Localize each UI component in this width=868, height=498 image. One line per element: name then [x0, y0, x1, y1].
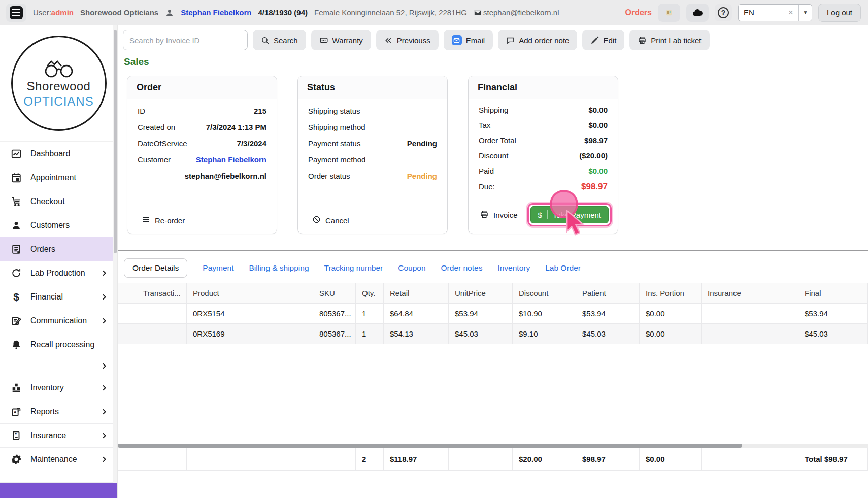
total-qty: 2 [356, 448, 384, 471]
user-value: admin [51, 8, 74, 17]
paid-value: $0.00 [588, 167, 608, 175]
language-select[interactable]: EN × ▼ [738, 4, 812, 21]
compose-icon [10, 315, 22, 326]
totals-table: 2 $118.97 $20.00 $98.97 $0.00 Total $98.… [118, 448, 868, 471]
edit-button[interactable]: Edit [582, 30, 624, 50]
sidebar-item-checkout[interactable]: Checkout [0, 189, 117, 213]
printer-icon [638, 36, 647, 45]
tab-payment[interactable]: Payment [203, 263, 233, 273]
table-header-row: Transacti... Product SKU Qty. Retail Uni… [118, 283, 868, 304]
take-payment-button[interactable]: $ Take Payment [530, 206, 609, 223]
sidebar-item-recall-processing[interactable]: Recall processing [0, 333, 117, 356]
tab-lab-order[interactable]: Lab Order [545, 263, 581, 273]
sidebar-footer-band [0, 483, 117, 498]
report-icon: A [10, 406, 22, 417]
col-patient: Patient [576, 283, 640, 304]
total-discount: $20.00 [513, 448, 576, 471]
table-row[interactable]: 0RX5154805367... 1$64.84 $53.94$10.90 $5… [118, 304, 868, 324]
warranty-button[interactable]: Warranty [311, 30, 371, 50]
search-icon [261, 36, 270, 45]
sidebar-item-customers[interactable]: Customers [0, 213, 117, 237]
email-icon [452, 35, 462, 45]
add-order-note-button[interactable]: Add order note [498, 30, 577, 50]
table-row[interactable]: 0RX5169805367... 1$54.13 $45.03$9.10 $45… [118, 324, 868, 344]
clear-icon[interactable]: × [788, 8, 793, 18]
date-of-service-value: 7/3/2024 [237, 139, 266, 148]
customer-icon [10, 220, 22, 231]
sidebar-item-appointment[interactable]: Appointment [0, 165, 117, 189]
cancel-order-button[interactable]: Cancel [312, 215, 349, 225]
search-button[interactable]: Search [253, 30, 306, 50]
sidebar-item-reports[interactable]: A Reports [0, 400, 117, 423]
reorder-button[interactable]: Re-order [142, 215, 185, 225]
sidebar: Shorewood OPTICIANS Dashboard Appointmen… [0, 25, 118, 498]
col-retail: Retail [384, 283, 449, 304]
sidebar-nav: Dashboard Appointment Checkout Customers… [0, 142, 117, 483]
tab-order-notes[interactable]: Order notes [441, 263, 483, 273]
horizontal-scrollbar[interactable] [118, 444, 868, 448]
tab-order-details[interactable]: Order Details [124, 258, 187, 278]
invoice-button[interactable]: Invoice [480, 210, 518, 220]
sidebar-item-maintenance[interactable]: Maintenance [0, 447, 117, 471]
help-button[interactable]: ? [715, 4, 732, 21]
customer-email-value: stephan@fiebelkorn.nl [185, 172, 266, 180]
chevron-down-icon[interactable]: ▼ [798, 5, 812, 21]
financial-card-title: Financial [469, 76, 618, 99]
col-unitprice: UnitPrice [449, 283, 513, 304]
hamburger-menu-button[interactable] [6, 4, 26, 22]
customer-link[interactable]: Stephan Fiebelkorn [196, 155, 266, 164]
tab-coupon[interactable]: Coupon [398, 263, 425, 273]
pencil-icon [590, 36, 599, 45]
sidebar-item-communication[interactable]: Communication [0, 309, 117, 333]
orders-link[interactable]: Orders [625, 8, 651, 17]
discount-label: Discount [479, 151, 508, 160]
sidebar-item-insurance[interactable]: * Insurance [0, 423, 117, 447]
person-icon [165, 8, 174, 17]
sidebar-scrollbar[interactable] [113, 25, 117, 483]
shipping-method-label: Shipping method [308, 123, 365, 131]
search-input[interactable] [123, 30, 248, 50]
sidebar-item-orders[interactable]: Orders [0, 237, 117, 261]
print-lab-ticket-button[interactable]: Print Lab ticket [629, 30, 709, 50]
svg-text:A: A [14, 410, 17, 414]
tab-inventory[interactable]: Inventory [497, 263, 530, 273]
gear-icon [10, 454, 22, 465]
chevron-right-icon [100, 269, 108, 277]
cart-icon [10, 196, 22, 207]
summary-cards: Order ID215 Created on7/3/2024 1:13 PM D… [118, 68, 868, 234]
eyeglasses-icon [42, 58, 76, 78]
payment-method-label: Payment method [308, 155, 365, 164]
patient-dob: 4/18/1930 (94) [258, 8, 308, 17]
inventory-icon [10, 382, 22, 393]
col-product: Product [187, 283, 313, 304]
email-button[interactable]: Email [444, 30, 493, 50]
tab-billing-shipping[interactable]: Billing & shipping [249, 263, 309, 273]
sidebar-item-inventory[interactable]: Inventory [0, 376, 117, 400]
envelope-icon [474, 9, 482, 17]
app-shortcut-button[interactable] [658, 4, 680, 22]
logout-button[interactable]: Log out [818, 4, 861, 22]
cloud-sync-button[interactable] [686, 4, 709, 22]
sidebar-item-lab-production[interactable]: Lab Production [0, 261, 117, 285]
reorder-icon [142, 215, 150, 225]
order-card-title: Order [127, 76, 277, 99]
patient-name-link[interactable]: Stephan Fiebelkorn [181, 8, 251, 17]
topbar-right: Orders ? EN × ▼ Log out [625, 4, 861, 22]
col-sku: SKU [313, 283, 356, 304]
sidebar-item-dashboard[interactable]: Dashboard [0, 142, 117, 165]
warranty-card-icon [319, 36, 328, 45]
previous-button[interactable]: Previouss [376, 30, 439, 50]
scrollbar-thumb[interactable] [118, 444, 742, 448]
shipping-value: $0.00 [588, 106, 608, 114]
total-patient: $98.97 [576, 448, 640, 471]
tab-tracking-number[interactable]: Tracking number [324, 263, 383, 273]
sidebar-item-financial[interactable]: $ Financial [0, 285, 117, 309]
bell-icon [10, 339, 22, 350]
order-toolbar: Search Warranty Previouss Email Add orde… [118, 25, 868, 50]
order-total-label: Order Total [479, 136, 516, 145]
tax-value: $0.00 [588, 121, 608, 129]
grand-total: Total $98.97 [798, 448, 868, 471]
sidebar-item-collapsed[interactable] [0, 356, 117, 376]
order-status-label: Order status [308, 172, 350, 180]
main-content: Search Warranty Previouss Email Add orde… [118, 25, 868, 498]
